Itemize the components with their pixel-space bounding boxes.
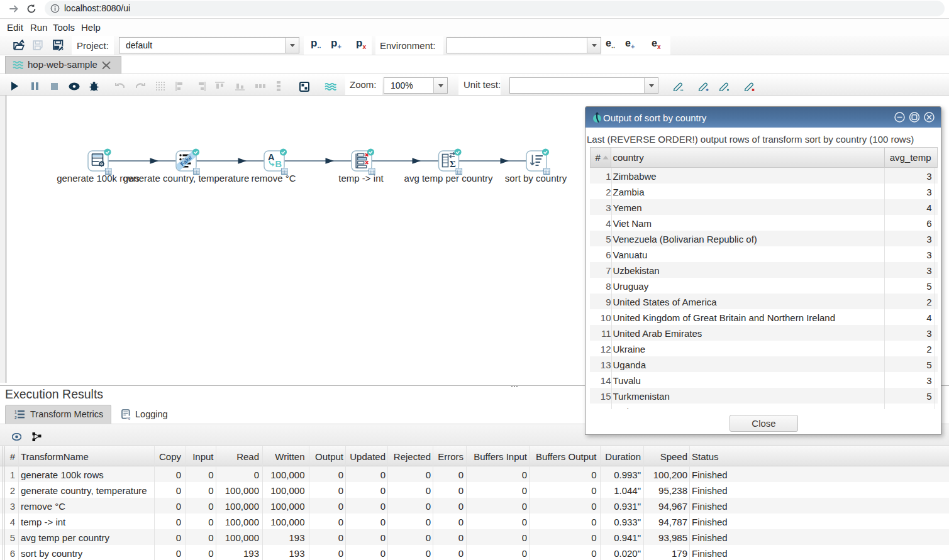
svg-text:1: 1 [14,410,17,414]
svg-text:temp -> int: temp -> int [338,173,384,184]
svg-text:A: A [268,152,275,162]
svg-text:2: 2 [14,415,17,420]
svg-text:og: og [126,416,131,420]
svg-text:generate country, temperature: generate country, temperature [123,173,250,184]
svg-text:sort by country: sort by country [505,173,567,184]
svg-text:Σ: Σ [450,159,456,169]
svg-text:remove °C: remove °C [251,173,296,184]
svg-text:B: B [275,159,282,169]
svg-text:avg temp per country: avg temp per country [404,173,493,184]
